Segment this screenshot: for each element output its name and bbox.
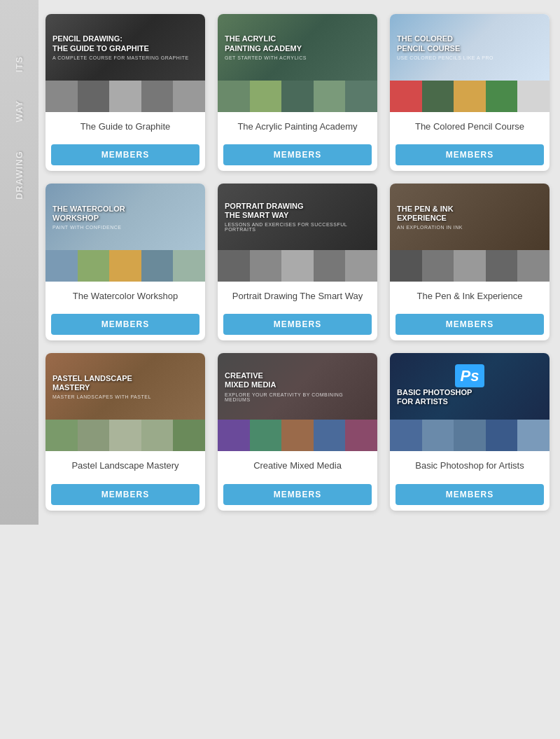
overlay-title1-watercolor: THE WATERCOLOR xyxy=(52,205,198,214)
page-container: ITS WAY DRAWING PENCIL DRAWING:THE GUIDE… xyxy=(0,0,560,525)
strip-cell xyxy=(314,81,346,112)
strip-cell xyxy=(486,81,518,112)
overlay-title2-graphite: THE GUIDE TO GRAPHITE xyxy=(52,44,198,53)
strip-cell xyxy=(109,250,141,282)
members-button-pen-ink[interactable]: MEMBERS xyxy=(396,314,544,335)
overlay-title1-photoshop: BASIC PHOTOSHOP xyxy=(397,388,542,397)
members-button-portrait[interactable]: MEMBERS xyxy=(223,314,372,335)
thumbnail-main-pastel: PASTEL LANDSCAPEMASTERYMASTER LANDSCAPES… xyxy=(46,353,205,420)
members-button-mixed-media[interactable]: MEMBERS xyxy=(223,484,372,505)
strip-cell xyxy=(390,81,422,112)
strip-cell xyxy=(390,420,422,451)
strip-cell xyxy=(281,420,314,451)
strip-cell xyxy=(345,420,377,451)
overlay-subtitle-watercolor: PAINT WITH CONFIDENCE xyxy=(52,225,198,230)
overlay-title2-acrylic: PAINTING ACADEMY xyxy=(225,44,370,53)
thumbnail-main-acrylic: THE ACRYLICPAINTING ACADEMYGET STARTED W… xyxy=(218,14,377,81)
course-name-pastel: Pastel Landscape Mastery xyxy=(52,460,198,472)
course-name-pen-ink: The Pen & Ink Experience xyxy=(397,290,542,303)
strip-cell xyxy=(109,420,141,451)
overlay-title2-colored-pencil: PENCIL COURSE xyxy=(397,44,542,53)
strip-cell xyxy=(46,250,78,282)
overlay-title1-graphite: PENCIL DRAWING: xyxy=(52,34,198,43)
strip-cell xyxy=(109,81,141,112)
side-strip-text-1: ITS xyxy=(14,56,24,72)
strip-cell xyxy=(141,81,174,112)
strip-cell xyxy=(422,81,454,112)
title-overlay-photoshop: PsBASIC PHOTOSHOPFOR ARTISTS xyxy=(390,353,550,420)
overlay-subtitle-portrait: LESSONS AND EXERCISES FOR SUCCESSFUL POR… xyxy=(225,222,370,232)
overlay-subtitle-graphite: A COMPLETE COURSE FOR MASTERING GRAPHITE xyxy=(52,55,198,60)
side-strip: ITS WAY DRAWING xyxy=(0,0,38,525)
strip-cell xyxy=(517,420,550,451)
strip-cell xyxy=(314,420,346,451)
overlay-title2-watercolor: WORKSHOP xyxy=(52,214,198,223)
thumbnail-strip-pen-ink xyxy=(390,250,550,282)
strip-cell xyxy=(173,420,205,451)
course-info-colored-pencil: The Colored Pencil Course xyxy=(390,112,550,139)
course-card-portrait: PORTRAIT DRAWINGTHE SMART WAYLESSONS AND… xyxy=(218,184,377,340)
thumbnail-strip-portrait xyxy=(218,250,377,282)
strip-cell xyxy=(281,250,314,282)
strip-cell xyxy=(517,250,550,282)
thumbnail-main-portrait: PORTRAIT DRAWINGTHE SMART WAYLESSONS AND… xyxy=(218,184,377,250)
strip-cell xyxy=(454,420,486,451)
strip-cell xyxy=(281,81,314,112)
title-overlay-mixed-media: CREATIVEMIXED MEDIAEXPLORE YOUR CREATIVI… xyxy=(218,353,377,420)
strip-cell xyxy=(314,250,346,282)
strip-cell xyxy=(454,81,486,112)
strip-cell xyxy=(78,81,110,112)
course-info-watercolor: The Watercolor Workshop xyxy=(46,282,205,308)
side-strip-text-2: WAY xyxy=(14,100,24,122)
strip-cell xyxy=(46,81,78,112)
thumbnail-acrylic: THE ACRYLICPAINTING ACADEMYGET STARTED W… xyxy=(218,14,377,112)
members-button-acrylic[interactable]: MEMBERS xyxy=(223,144,372,165)
members-button-photoshop[interactable]: MEMBERS xyxy=(396,484,544,505)
members-button-graphite[interactable]: MEMBERS xyxy=(51,144,200,165)
thumbnail-strip-watercolor xyxy=(46,250,205,282)
course-info-pen-ink: The Pen & Ink Experience xyxy=(390,282,550,308)
course-info-acrylic: The Acrylic Painting Academy xyxy=(218,112,377,139)
title-overlay-pen-ink: THE PEN & INKEXPERIENCEAN EXPLORATION IN… xyxy=(390,184,550,250)
members-button-colored-pencil[interactable]: MEMBERS xyxy=(396,144,544,165)
course-card-pen-ink: THE PEN & INKEXPERIENCEAN EXPLORATION IN… xyxy=(390,184,550,340)
overlay-subtitle-colored-pencil: USE COLORED PENCILS LIKE A PRO xyxy=(397,55,542,60)
course-name-graphite: The Guide to Graphite xyxy=(52,120,198,133)
thumbnail-portrait: PORTRAIT DRAWINGTHE SMART WAYLESSONS AND… xyxy=(218,184,377,282)
overlay-subtitle-pen-ink: AN EXPLORATION IN INK xyxy=(397,225,542,230)
course-info-mixed-media: Creative Mixed Media xyxy=(218,451,377,478)
strip-cell xyxy=(173,250,205,282)
strip-cell xyxy=(250,81,282,112)
strip-cell xyxy=(454,250,486,282)
overlay-title2-pen-ink: EXPERIENCE xyxy=(397,214,542,223)
strip-cell xyxy=(218,81,250,112)
thumbnail-strip-graphite xyxy=(46,81,205,112)
thumbnail-strip-acrylic xyxy=(218,81,377,112)
strip-cell xyxy=(345,81,377,112)
course-info-graphite: The Guide to Graphite xyxy=(46,112,205,139)
strip-cell xyxy=(422,420,454,451)
title-overlay-colored-pencil: THE COLOREDPENCIL COURSEUSE COLORED PENC… xyxy=(390,14,550,81)
course-card-pastel: PASTEL LANDSCAPEMASTERYMASTER LANDSCAPES… xyxy=(46,353,205,510)
overlay-subtitle-pastel: MASTER LANDSCAPES WITH PASTEL xyxy=(52,394,198,399)
course-card-photoshop: PsBASIC PHOTOSHOPFOR ARTISTSBasic Photos… xyxy=(390,353,550,510)
overlay-subtitle-mixed-media: EXPLORE YOUR CREATIVITY BY COMBINING MED… xyxy=(225,392,370,402)
title-overlay-graphite: PENCIL DRAWING:THE GUIDE TO GRAPHITEA CO… xyxy=(46,14,205,81)
title-overlay-acrylic: THE ACRYLICPAINTING ACADEMYGET STARTED W… xyxy=(218,14,377,81)
course-info-pastel: Pastel Landscape Mastery xyxy=(46,451,205,478)
strip-cell xyxy=(486,420,518,451)
strip-cell xyxy=(422,250,454,282)
strip-cell xyxy=(78,420,110,451)
strip-cell xyxy=(517,81,550,112)
thumbnail-pen-ink: THE PEN & INKEXPERIENCEAN EXPLORATION IN… xyxy=(390,184,550,282)
thumbnail-mixed-media: CREATIVEMIXED MEDIAEXPLORE YOUR CREATIVI… xyxy=(218,353,377,451)
strip-cell xyxy=(345,250,377,282)
members-button-pastel[interactable]: MEMBERS xyxy=(51,484,200,505)
strip-cell xyxy=(390,250,422,282)
thumbnail-photoshop: PsBASIC PHOTOSHOPFOR ARTISTS xyxy=(390,353,550,451)
overlay-title1-pen-ink: THE PEN & INK xyxy=(397,205,542,214)
overlay-title2-photoshop: FOR ARTISTS xyxy=(397,397,542,406)
overlay-title1-acrylic: THE ACRYLIC xyxy=(225,34,370,43)
members-button-watercolor[interactable]: MEMBERS xyxy=(51,314,200,335)
course-card-acrylic: THE ACRYLICPAINTING ACADEMYGET STARTED W… xyxy=(218,14,377,171)
